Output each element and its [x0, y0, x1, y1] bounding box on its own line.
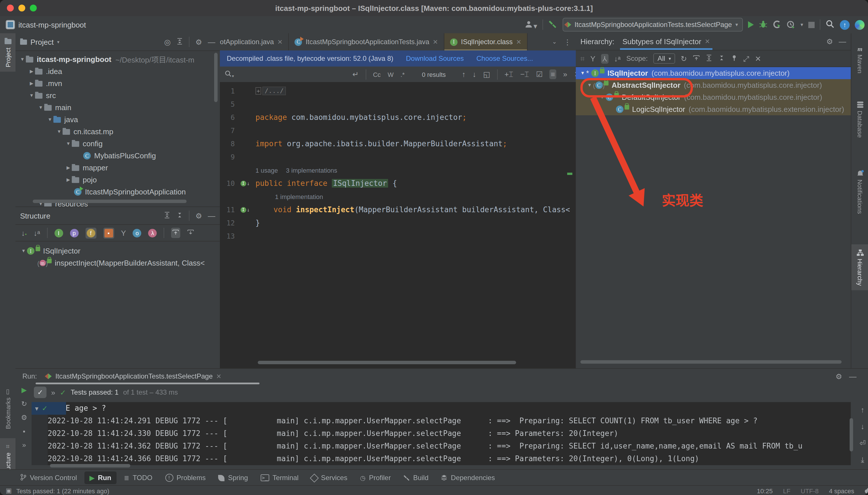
settings-gear-icon[interactable]: ⚙: [826, 38, 833, 45]
match-case-toggle[interactable]: Cc: [373, 71, 381, 78]
toolwindow-problems[interactable]: ! Problems: [160, 472, 211, 484]
hierarchy-row-logicsqlinjector[interactable]: C LogicSqlInjector (com.baomidou.mybatis…: [576, 103, 851, 115]
settings-gear-icon[interactable]: ⚙: [836, 373, 842, 380]
toolwindow-build[interactable]: Build: [398, 472, 433, 484]
close-tab-icon[interactable]: ✕: [516, 38, 521, 46]
implementations-inlay[interactable]: 3 implementations: [286, 167, 337, 173]
tree-row-root[interactable]: ▼ itcast-mp-springboot ~/Desktop/项目/itca…: [16, 53, 220, 65]
run-configuration-select[interactable]: ItcastMpSpringbootApplicationTests.testS…: [562, 18, 743, 32]
project-panel-title[interactable]: Project: [30, 38, 54, 46]
tree-row[interactable]: CItcastMpSpringbootApplication: [16, 186, 220, 198]
user-profile-icon[interactable]: ▾: [525, 20, 537, 30]
status-message[interactable]: Tests passed: 1 (22 minutes ago): [16, 487, 109, 494]
vertical-scrollbar[interactable]: [214, 53, 217, 102]
line-separator-indicator[interactable]: LF: [783, 487, 790, 494]
chevron-right-icon[interactable]: ▶: [65, 165, 72, 170]
expand-all-icon[interactable]: [164, 212, 171, 220]
method-name-token[interactable]: inspectInject: [296, 205, 355, 214]
scroll-to-source-icon[interactable]: [187, 229, 194, 237]
hide-panel-icon[interactable]: —: [208, 212, 215, 219]
close-tab-icon[interactable]: ✕: [277, 38, 282, 46]
tool-stripe-project[interactable]: Project: [0, 33, 16, 72]
tool-stripe-maven[interactable]: m Maven: [851, 40, 868, 78]
chevron-down-icon[interactable]: ▼: [579, 71, 586, 76]
toolwindow-dependencies[interactable]: Dependencies: [436, 472, 500, 484]
newline-icon[interactable]: ↵: [353, 71, 359, 78]
hierarchy-horizontal-scrollbar[interactable]: [580, 360, 841, 364]
tree-row[interactable]: ▶.idea: [16, 65, 220, 78]
stop-icon[interactable]: ▪: [23, 427, 26, 436]
chevron-down-icon[interactable]: ▼: [56, 129, 63, 134]
tab-isqlinjector[interactable]: I ISqlInjector.class ✕: [444, 33, 528, 50]
scroll-up-icon[interactable]: ↑: [861, 406, 865, 414]
indent-indicator[interactable]: 4 spaces: [829, 487, 854, 494]
more-filters-icon[interactable]: »: [51, 389, 55, 396]
tool-stripe-bookmarks[interactable]: ▯ Bookmarks: [0, 383, 16, 433]
chevron-right-icon[interactable]: ▶: [65, 177, 72, 183]
expand-all-icon[interactable]: [177, 38, 183, 46]
hide-panel-icon[interactable]: —: [839, 38, 846, 45]
tree-row[interactable]: ▼cn.itcast.mp: [16, 125, 220, 138]
implementation-inlay[interactable]: 1 implementation: [275, 193, 323, 200]
profiler-button[interactable]: [787, 20, 796, 30]
chevron-down-icon[interactable]: ▼: [37, 105, 44, 110]
collapse-all-icon[interactable]: [718, 54, 725, 63]
tab-springboot-application[interactable]: SpringbootApplication.java ✕: [220, 33, 289, 50]
implementations-gutter-arrow-icon[interactable]: ↓: [247, 181, 250, 186]
words-toggle[interactable]: W: [388, 71, 394, 78]
toolwindow-run[interactable]: ▶ Run: [84, 472, 116, 484]
test-console[interactable]: WHERE age > ? 2022-10-28 11:41:24.291 DE…: [48, 402, 851, 465]
chevron-right-icon[interactable]: ▶: [28, 69, 35, 74]
chevron-right-icon[interactable]: ▶: [28, 81, 35, 86]
toolbar-project-name[interactable]: itcast-mp-springboot: [18, 20, 86, 29]
tool-stripe-hierarchy[interactable]: Hierarchy: [851, 244, 868, 290]
scroll-from-source-icon[interactable]: [693, 54, 700, 63]
tree-row[interactable]: ▼java: [16, 114, 220, 125]
chevron-down-icon[interactable]: ▼: [47, 117, 53, 122]
tree-row[interactable]: ▼src: [16, 89, 220, 102]
structure-row-method[interactable]: (m) inspectInject(MapperBuilderAssistant…: [16, 257, 220, 269]
locate-file-icon[interactable]: ◎: [164, 38, 171, 46]
chevron-down-icon[interactable]: ▼: [34, 405, 39, 412]
chevron-down-icon[interactable]: ▾: [57, 39, 60, 45]
filter-search-icon[interactable]: ◱: [483, 71, 490, 78]
tree-row[interactable]: ▶pojo: [16, 174, 220, 186]
minimize-window-button[interactable]: [18, 4, 25, 12]
hide-panel-icon[interactable]: —: [208, 38, 215, 46]
selected-test-node[interactable]: ▼ ✓: [32, 402, 66, 415]
supertypes-hierarchy-icon[interactable]: Y: [590, 55, 595, 62]
tool-stripe-notifications[interactable]: Notifications: [851, 165, 868, 219]
interface-gutter-icon[interactable]: I: [241, 207, 246, 212]
remove-selection-icon[interactable]: −⌶: [520, 71, 529, 78]
maximize-window-button[interactable]: [30, 4, 37, 12]
tool-stripe-database[interactable]: Database: [851, 96, 868, 142]
chevron-down-icon[interactable]: ▼: [28, 93, 35, 98]
hierarchy-tab[interactable]: Subtypes of ISqlInjector ✕: [620, 33, 713, 50]
folded-comment[interactable]: /.../: [262, 87, 286, 95]
chevron-down-icon[interactable]: ▼: [19, 57, 26, 62]
add-selection-icon[interactable]: +⌶: [505, 71, 513, 78]
toolwindow-terminal[interactable]: >_ Terminal: [256, 472, 304, 484]
sort-alphabetically-icon[interactable]: ↓ᵃ: [34, 229, 40, 237]
settings-gear-icon[interactable]: ⚙: [195, 38, 202, 46]
more-options-icon[interactable]: »: [563, 71, 567, 78]
expand-all-icon[interactable]: [705, 54, 712, 63]
sort-alphabetically-icon[interactable]: ↓ᵃ: [614, 55, 621, 62]
toolwindow-spring[interactable]: Spring: [213, 472, 253, 484]
show-non-public-icon[interactable]: ▪: [103, 227, 114, 238]
more-actions-icon[interactable]: »: [22, 441, 26, 449]
rerun-tests-icon[interactable]: ▶: [21, 386, 27, 394]
console-vertical-scrollbar[interactable]: [850, 418, 853, 451]
search-icon[interactable]: ▾: [225, 70, 234, 79]
next-occurrence-icon[interactable]: ↓: [473, 71, 476, 78]
run-button[interactable]: [748, 21, 754, 28]
highlight-results-icon[interactable]: ≡: [550, 69, 556, 79]
search-everywhere-icon[interactable]: [825, 19, 835, 30]
chevron-down-icon[interactable]: ▼: [20, 249, 27, 254]
show-fields-icon[interactable]: f: [85, 227, 96, 238]
toolwindow-version-control[interactable]: Version Control: [15, 472, 82, 484]
debug-button[interactable]: [759, 20, 768, 30]
interface-name-token[interactable]: ISqlInjector: [332, 179, 388, 188]
run-tab[interactable]: ItcastMpSpringbootApplicationTests.testS…: [42, 370, 223, 382]
hide-panel-icon[interactable]: —: [849, 373, 856, 380]
